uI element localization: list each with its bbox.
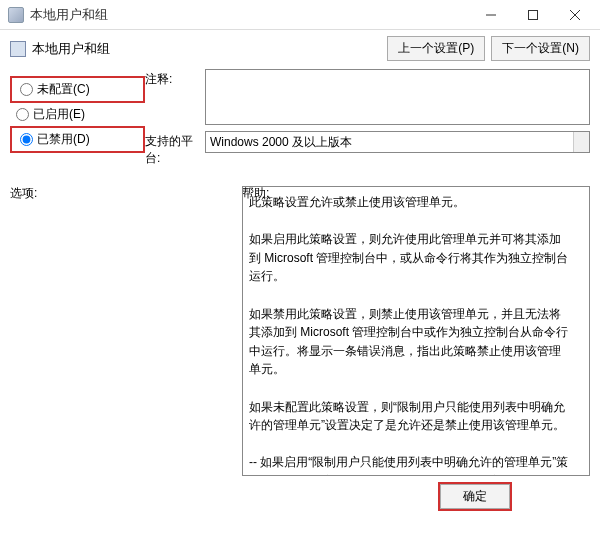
policy-icon (10, 41, 26, 57)
radio-not-configured[interactable]: 未配置(C) (14, 79, 141, 100)
previous-setting-button[interactable]: 上一个设置(P) (387, 36, 485, 61)
radio-enabled-label: 已启用(E) (33, 106, 85, 123)
highlight-box-1: 未配置(C) (10, 76, 145, 103)
supported-platform-value: Windows 2000 及以上版本 (210, 134, 352, 151)
supported-platform-box: Windows 2000 及以上版本 (205, 131, 590, 153)
close-button[interactable] (554, 1, 596, 29)
state-radio-group: 未配置(C) 已启用(E) 已禁用(D) (10, 69, 145, 173)
radio-not-configured-input[interactable] (20, 83, 33, 96)
window-title: 本地用户和组 (30, 6, 108, 24)
footer: 确定 (0, 476, 600, 517)
next-setting-button[interactable]: 下一个设置(N) (491, 36, 590, 61)
radio-enabled[interactable]: 已启用(E) (10, 104, 145, 125)
app-icon (8, 7, 24, 23)
svg-rect-1 (529, 10, 538, 19)
help-text-box[interactable]: 此策略设置允许或禁止使用该管理单元。 如果启用此策略设置，则允许使用此管理单元并… (242, 186, 590, 476)
options-label: 选项: (10, 185, 242, 202)
policy-title: 本地用户和组 (32, 40, 110, 58)
maximize-button[interactable] (512, 1, 554, 29)
header: 本地用户和组 上一个设置(P) 下一个设置(N) (0, 30, 600, 65)
comment-textarea[interactable] (205, 69, 590, 125)
scrollbar-stub[interactable] (573, 132, 589, 152)
comment-label: 注释: (145, 69, 205, 125)
minimize-button[interactable] (470, 1, 512, 29)
radio-not-configured-label: 未配置(C) (37, 81, 90, 98)
radio-disabled[interactable]: 已禁用(D) (14, 129, 141, 150)
radio-disabled-input[interactable] (20, 133, 33, 146)
platform-label: 支持的平台: (145, 131, 205, 167)
ok-button[interactable]: 确定 (440, 484, 510, 509)
radio-enabled-input[interactable] (16, 108, 29, 121)
title-bar: 本地用户和组 (0, 0, 600, 30)
highlight-box-2: 已禁用(D) (10, 126, 145, 153)
radio-disabled-label: 已禁用(D) (37, 131, 90, 148)
